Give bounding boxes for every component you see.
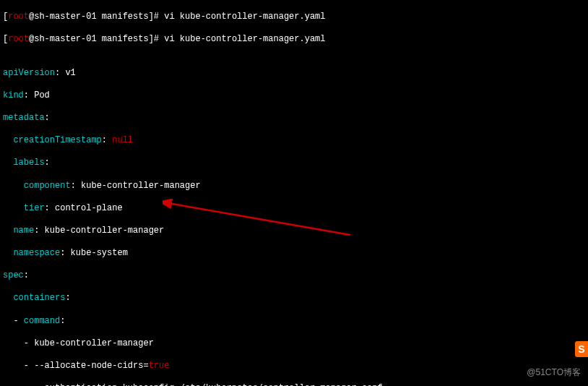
yaml-line: - kube-controller-manager <box>3 338 585 350</box>
watermark: @51CTO博客 <box>527 367 581 379</box>
yaml-line: creationTimestamp: null <box>3 135 585 147</box>
yaml-line: name: kube-controller-manager <box>3 226 585 237</box>
yaml-line: - command: <box>3 316 585 327</box>
yaml-line: - --authentication-kubeconfig=/etc/kuber… <box>3 383 585 386</box>
prompt-line-1: [root@sh-master-01 manifests]# vi kube-c… <box>3 12 585 23</box>
yaml-line: spec: <box>3 270 585 282</box>
yaml-line: namespace: kube-system <box>3 248 585 260</box>
yaml-line: kind: Pod <box>3 90 585 102</box>
yaml-line: - --allocate-node-cidrs=true <box>3 361 585 372</box>
yaml-line: tier: control-plane <box>3 203 585 215</box>
prompt-line-2: [root@sh-master-01 manifests]# vi kube-c… <box>3 34 585 46</box>
yaml-line: component: kube-controller-manager <box>3 181 585 192</box>
yaml-line: containers: <box>3 293 585 304</box>
yaml-line: metadata: <box>3 113 585 124</box>
yaml-line: apiVersion: v1 <box>3 68 585 80</box>
yaml-line: labels: <box>3 158 585 169</box>
s-badge-icon: S <box>575 341 588 357</box>
terminal[interactable]: [root@sh-master-01 manifests]# vi kube-c… <box>0 0 588 386</box>
